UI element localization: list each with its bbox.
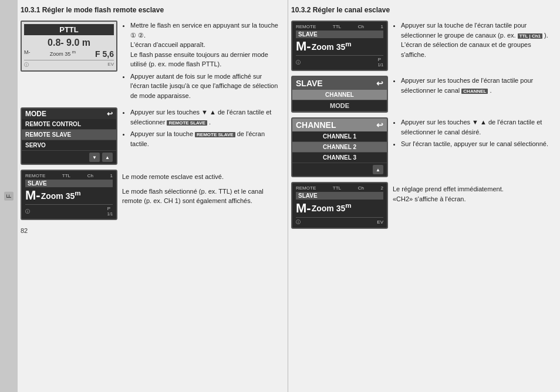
- bullet-1032-3: Appuyer sur les touches ▼ ▲ de l'écran t…: [401, 117, 554, 137]
- note-mode-canal: Le mode flash sélectionné (p. ex. TTL) e…: [122, 187, 282, 206]
- mode-item-remote-control[interactable]: REMOTE CONTROL: [22, 119, 116, 130]
- dev4-ev: EV: [377, 219, 383, 225]
- mode-return-icon: ↩: [107, 110, 113, 118]
- pttl-device: PTTL 0.8- 9.0 m M- Zoom 35 m F 5,6 ⓘ EV: [21, 21, 117, 72]
- dev2-slave: SLAVE: [25, 180, 113, 187]
- dev3-ttl: TTL: [333, 24, 341, 29]
- channel-nav-up[interactable]: ▲: [373, 165, 383, 174]
- dev3-p: P1/1: [378, 57, 383, 67]
- dev4-chnum: 2: [381, 185, 383, 191]
- pttl-range: 0.8- 9.0 m: [24, 38, 114, 48]
- mode-nav-down[interactable]: ▼: [89, 153, 100, 162]
- bullet-1032-4: Sur l'écran tactile, appuyer sur le cana…: [401, 139, 554, 149]
- device4-screen: REMOTE TTL Ch 2 SLAVE M- Zoom 35m ⓘ EV: [291, 182, 388, 229]
- dev4-remote: REMOTE: [296, 185, 316, 191]
- pttl-zoom-unit: m: [72, 49, 76, 55]
- channel-return-icon: ↩: [376, 120, 383, 130]
- pttl-ev: EV: [107, 62, 114, 68]
- note-remote-active: Le mode remote esclave est activé.: [122, 172, 282, 182]
- device3-display: REMOTE TTL Ch 1 SLAVE M- Zoom 35m ⓘ P1/1: [291, 21, 388, 71]
- channel-nav: ▲: [292, 163, 387, 176]
- dev2-zoom: Zoom 35m: [41, 188, 81, 202]
- left-displays: PTTL 0.8- 9.0 m M- Zoom 35 m F 5,6 ⓘ EV: [21, 21, 117, 72]
- dev2-chnum: 1: [110, 173, 113, 178]
- page-number: 82: [21, 225, 282, 236]
- section-1031-notes: Le mode remote esclave est activé. Le mo…: [122, 170, 282, 206]
- channel-selector-display: CHANNEL ↩ CHANNEL 1 CHANNEL 2 CHANNEL 3 …: [291, 117, 388, 177]
- bullet-1031-2: Appuyer autant de fois sur le mode affic…: [130, 72, 282, 101]
- section-1032-desc3: Appuyer sur les touches ▼ ▲ de l'écran t…: [393, 117, 554, 151]
- mode-header: MODE ↩: [22, 109, 116, 119]
- slave-header: SLAVE ↩: [292, 77, 387, 90]
- dev3-chnum: 1: [381, 24, 383, 29]
- dev2-p: P1/1: [107, 206, 113, 217]
- dev4-slave: SLAVE: [296, 192, 383, 200]
- dev2-zoom-m: M-: [25, 189, 41, 202]
- dev3-remote: REMOTE: [296, 24, 316, 29]
- mode-selector-display: MODE ↩ REMOTE CONTROL REMOTE SLAVE SERVO…: [21, 107, 117, 165]
- dev2-ttl: TTL: [62, 173, 70, 178]
- channel-label: CHANNEL: [296, 120, 336, 130]
- channel-selector-block: CHANNEL ↩ CHANNEL 1 CHANNEL 2 CHANNEL 3 …: [291, 117, 388, 177]
- mode-nav-up[interactable]: ▲: [102, 153, 113, 162]
- bullet-1031-3: Appuyer sur les touches ▼ ▲ de l'écran t…: [130, 107, 282, 127]
- bullet-1032-1: Appuyer sur la touche de l'écran tactile…: [401, 21, 554, 59]
- pttl-aperture: F 5,6: [95, 49, 114, 59]
- section-1031-desc1: Mettre le flash en service en appuyant s…: [122, 21, 282, 103]
- dev2-info: ⓘ: [25, 208, 30, 215]
- mode-label: MODE: [25, 110, 46, 118]
- mode-selector-block: MODE ↩ REMOTE CONTROL REMOTE SLAVE SERVO…: [21, 107, 117, 165]
- slave-item-channel[interactable]: CHANNEL: [292, 90, 387, 100]
- channel-item-3[interactable]: CHANNEL 3: [292, 153, 387, 163]
- left-strip: F: [0, 0, 18, 392]
- strip-label: F: [4, 192, 14, 201]
- dev4-ch: Ch: [358, 185, 364, 191]
- dev3-zoom-m: M-: [296, 40, 311, 53]
- note-reglage: Le réglage prend effet immédiatement.«CH…: [393, 184, 554, 204]
- slave-return-icon: ↩: [376, 79, 383, 88]
- dev4-info: ⓘ: [296, 219, 301, 225]
- remote-slave-badge: REMOTE SLAVE: [167, 120, 207, 126]
- channel-item-1[interactable]: CHANNEL 1: [292, 131, 387, 142]
- section-1031-desc2: Appuyer sur les touches ▼ ▲ de l'écran t…: [122, 107, 282, 151]
- device2-screen: REMOTE TTL Ch 1 SLAVE M- Zoom 35m ⓘ P1/1: [21, 170, 117, 220]
- slave-selector-display: SLAVE ↩ CHANNEL MODE: [291, 76, 388, 113]
- bullet-1032-2: Appuyer sur les touches de l'écran tacti…: [401, 76, 554, 95]
- device3-screen: REMOTE TTL Ch 1 SLAVE M- Zoom 35m ⓘ P1/1: [291, 21, 388, 71]
- mode-nav: ▼ ▲: [22, 151, 116, 164]
- mode-item-remote-slave[interactable]: REMOTE SLAVE: [22, 130, 116, 140]
- dev4-ttl: TTL: [333, 185, 341, 191]
- dev2-remote: REMOTE: [25, 173, 45, 178]
- channel-badge: CHANNEL: [461, 89, 488, 94]
- section-1032-desc1: Appuyer sur la touche de l'écran tactile…: [393, 21, 554, 62]
- device4-display: REMOTE TTL Ch 2 SLAVE M- Zoom 35m ⓘ EV: [291, 182, 388, 229]
- slave-item-mode[interactable]: MODE: [292, 100, 387, 111]
- device2-display: REMOTE TTL Ch 1 SLAVE M- Zoom 35m ⓘ P1/1: [21, 170, 117, 220]
- slave-label: SLAVE: [296, 79, 323, 88]
- pttl-info-icon: ⓘ: [24, 62, 29, 68]
- slave-selector-block: SLAVE ↩ CHANNEL MODE: [291, 76, 388, 113]
- dev4-zoom: Zoom 35m: [312, 201, 352, 214]
- section-1032-note: Le réglage prend effet immédiatement.«CH…: [393, 182, 554, 204]
- remote-slave-badge2: REMOTE SLAVE: [195, 132, 235, 137]
- dev3-slave: SLAVE: [296, 31, 383, 38]
- bullet-1031-1: Mettre le flash en service en appuyant s…: [130, 21, 282, 69]
- dev3-ch: Ch: [358, 24, 364, 29]
- pttl-zoom-m: M-: [24, 49, 31, 59]
- channel-header: CHANNEL ↩: [292, 119, 387, 131]
- dev4-zoom-m: M-: [296, 202, 311, 215]
- ttl-ch1-badge: TTL | Ch1: [518, 33, 542, 39]
- channel-item-2[interactable]: CHANNEL 2: [292, 142, 387, 153]
- dev2-ch: Ch: [87, 173, 93, 178]
- section-title-1031: 10.3.1 Régler le mode flash remote escla…: [21, 6, 282, 14]
- dev3-info: ⓘ: [296, 59, 301, 66]
- dev3-zoom: Zoom 35m: [312, 39, 352, 53]
- bullet-1031-4: Appuyer sur la touche REMOTE SLAVE de l'…: [130, 129, 282, 148]
- mode-item-servo[interactable]: SERVO: [22, 140, 116, 151]
- pttl-mode-label: PTTL: [24, 24, 114, 35]
- section-title-1032: 10.3.2 Régler le canal esclave: [291, 6, 554, 14]
- section-1032-desc2: Appuyer sur les touches de l'écran tacti…: [393, 76, 554, 97]
